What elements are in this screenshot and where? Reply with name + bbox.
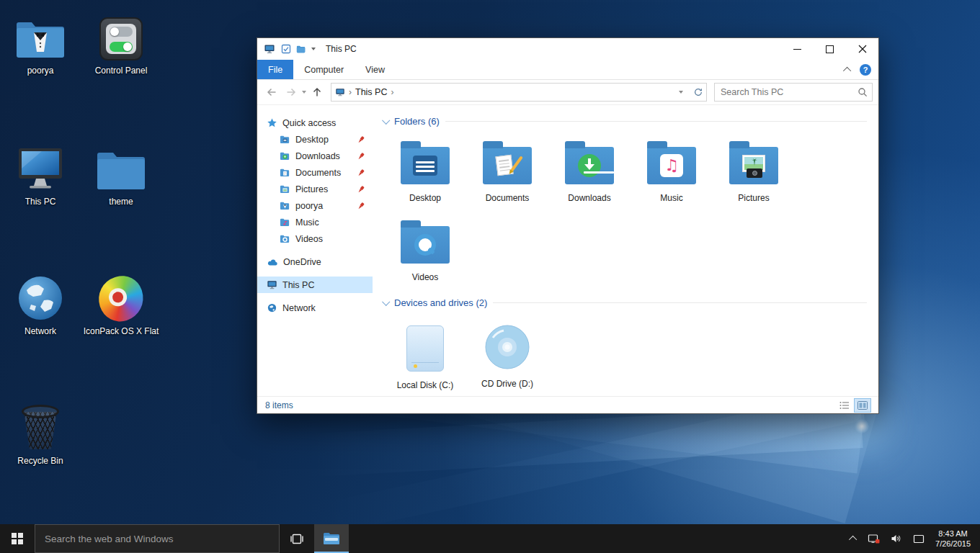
up-button[interactable] <box>308 84 326 101</box>
sidebar-item-downloads[interactable]: Downloads <box>257 148 373 164</box>
minimize-button[interactable] <box>781 38 814 60</box>
sidebar-item-documents[interactable]: Documents <box>257 164 373 181</box>
back-arrow-icon <box>266 86 277 98</box>
recent-locations-icon[interactable] <box>302 91 306 94</box>
desktop-icon-label: IconPack OS X Flat <box>84 326 159 336</box>
desktop-icon-theme[interactable]: theme <box>86 141 156 207</box>
refresh-button[interactable] <box>690 84 706 100</box>
folder-tile-pictures[interactable]: Pictures <box>713 131 795 210</box>
start-button[interactable] <box>0 524 35 553</box>
task-view-button[interactable] <box>280 524 314 553</box>
desktop-icon-label: Recycle Bin <box>17 456 63 466</box>
group-title[interactable]: Devices and drives (2) <box>394 297 487 308</box>
minimize-icon <box>793 49 801 50</box>
sidebar-item-label: OneDrive <box>283 257 321 267</box>
paint-swirl-icon <box>99 271 143 321</box>
pin-icon <box>357 152 365 161</box>
sidebar-item-onedrive[interactable]: OneDrive <box>257 253 373 270</box>
quick-access-toolbar <box>281 44 316 54</box>
taskbar-clock[interactable]: 8:43 AM 7/26/2015 <box>935 529 971 549</box>
desktop-icon-network[interactable]: Network <box>6 271 75 336</box>
sidebar-item-this-pc[interactable]: This PC <box>257 276 373 293</box>
group-header-folders[interactable]: Folders (6) <box>383 112 867 130</box>
tray-expand-icon[interactable] <box>849 536 857 544</box>
taskbar-search-input[interactable] <box>43 533 271 545</box>
sidebar-item-label: Videos <box>295 234 323 244</box>
taskbar: 8:43 AM 7/26/2015 <box>0 524 980 553</box>
tab-file[interactable]: File <box>257 60 293 79</box>
close-icon <box>858 45 867 53</box>
group-title[interactable]: Folders (6) <box>394 116 440 127</box>
properties-icon[interactable] <box>281 44 291 54</box>
clock-time: 8:43 AM <box>938 529 967 539</box>
sidebar-item-videos[interactable]: Videos <box>257 230 373 247</box>
drive-tile-cd[interactable]: CD Drive (D:) <box>466 313 548 396</box>
sidebar-item-poorya[interactable]: poorya <box>257 197 373 214</box>
item-count: 8 items <box>265 400 293 410</box>
music-folder-icon: ♫ <box>647 147 696 184</box>
folder-tile-documents[interactable]: Documents <box>466 131 548 210</box>
back-button[interactable] <box>263 84 280 101</box>
volume-icon[interactable] <box>891 534 902 544</box>
explorer-search-box[interactable] <box>714 83 873 102</box>
desktop-icon-label: Network <box>24 326 56 336</box>
close-button[interactable] <box>846 38 878 60</box>
group-header-devices[interactable]: Devices and drives (2) <box>383 294 867 311</box>
desktop-icon-poorya[interactable]: poorya <box>6 10 75 76</box>
address-dropdown-button[interactable] <box>673 84 689 100</box>
breadcrumb-this-pc[interactable]: This PC <box>355 87 387 97</box>
sidebar-item-network[interactable]: Network <box>257 300 373 316</box>
tab-computer[interactable]: Computer <box>293 60 355 79</box>
collapse-group-icon[interactable] <box>382 117 390 125</box>
clock-date: 7/26/2015 <box>935 539 971 549</box>
maximize-button[interactable] <box>814 38 846 60</box>
desktop-icon-iconpack[interactable]: IconPack OS X Flat <box>86 271 156 336</box>
desktop-folder-icon <box>401 147 450 184</box>
tab-view[interactable]: View <box>355 60 396 79</box>
desktop: poorya Control Panel This PC <box>0 0 980 553</box>
desktop-icon-recycle-bin[interactable]: Recycle Bin <box>6 400 75 466</box>
sidebar-item-label: Desktop <box>295 135 329 145</box>
taskbar-search-box[interactable] <box>35 524 280 553</box>
qat-customize-icon[interactable] <box>311 48 316 50</box>
forward-button[interactable] <box>282 84 300 101</box>
folder-tile-music[interactable]: ♫ Music <box>631 131 713 210</box>
folder-tile-videos[interactable]: Videos <box>384 210 466 289</box>
action-center-icon[interactable] <box>913 534 925 544</box>
folder-tile-desktop[interactable]: Desktop <box>384 131 466 210</box>
sidebar-item-quick-access[interactable]: Quick access <box>257 114 373 131</box>
sidebar-item-music[interactable]: Music <box>257 214 373 230</box>
documents-folder-icon <box>483 147 532 184</box>
collapse-ribbon-icon[interactable] <box>843 66 851 74</box>
collapse-group-icon[interactable] <box>382 298 390 306</box>
breadcrumb-chevron-icon[interactable]: › <box>391 87 393 97</box>
folder-tile-downloads[interactable]: Downloads <box>548 131 631 210</box>
desktop-icon-this-pc[interactable]: This PC <box>6 141 75 207</box>
tile-label: Local Disk (C:) <box>397 380 454 390</box>
help-icon[interactable]: ? <box>860 64 871 76</box>
tile-label: Downloads <box>568 193 610 203</box>
breadcrumb-chevron-icon: › <box>349 87 352 97</box>
details-view-icon <box>839 401 850 410</box>
new-folder-icon[interactable] <box>296 44 306 54</box>
tray-status-icon[interactable] <box>868 534 880 544</box>
folder-icon <box>96 141 146 192</box>
tile-label: Documents <box>486 193 530 203</box>
explorer-search-input[interactable] <box>719 86 858 98</box>
address-bar[interactable]: › This PC › <box>331 83 707 102</box>
window-controls <box>781 38 878 60</box>
details-view-button[interactable] <box>837 399 852 412</box>
videos-folder-icon <box>280 233 290 244</box>
sidebar-item-pictures[interactable]: Pictures <box>257 181 373 197</box>
taskbar-explorer-button[interactable] <box>314 524 349 553</box>
desktop-icon-control-panel[interactable]: Control Panel <box>86 10 156 76</box>
large-icons-view-button[interactable] <box>855 399 870 412</box>
drive-tile-local-disk[interactable]: Local Disk (C:) <box>384 313 466 396</box>
forward-arrow-icon <box>285 86 297 98</box>
up-arrow-icon <box>311 86 323 98</box>
sidebar-item-label: Music <box>295 217 319 228</box>
sidebar-item-desktop[interactable]: Desktop <box>257 131 373 148</box>
star-icon <box>267 117 277 128</box>
downloads-folder-icon <box>280 150 290 161</box>
sidebar-item-label: Network <box>282 303 316 313</box>
